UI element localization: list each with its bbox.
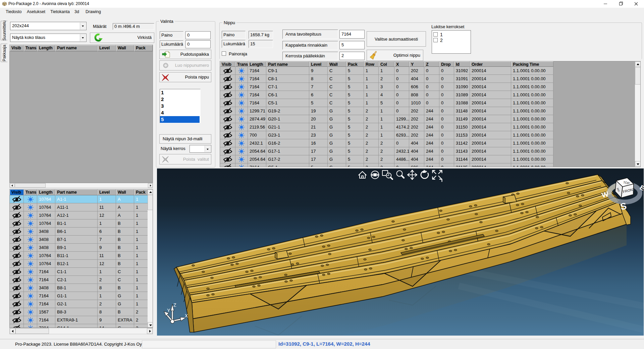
svg-text:X: X	[185, 313, 188, 318]
svg-text:Z: Z	[173, 302, 176, 308]
svg-text:Y: Y	[167, 308, 170, 313]
